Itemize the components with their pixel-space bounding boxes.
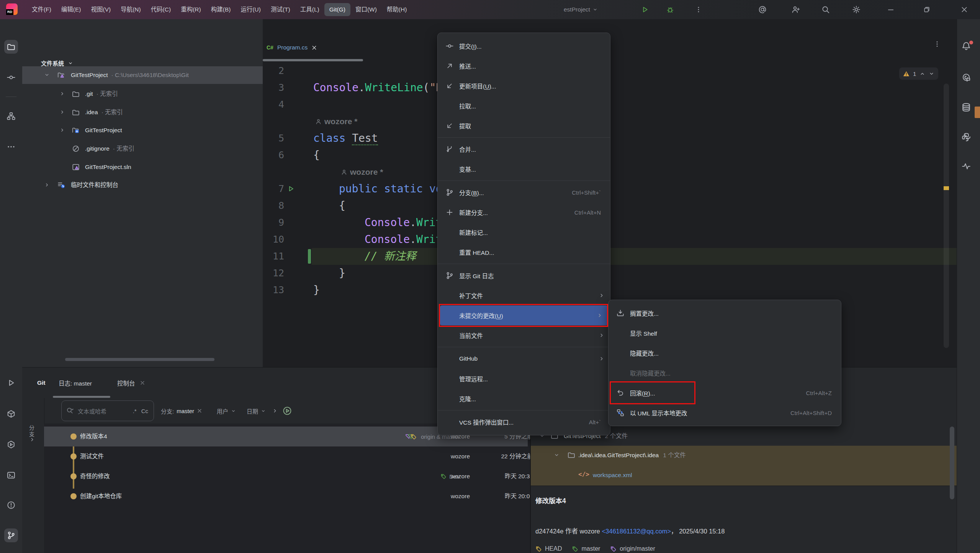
remove-filter-icon[interactable]	[197, 408, 202, 414]
ref-master[interactable]: master	[572, 545, 600, 552]
scrollbar-warning-marker[interactable]	[944, 186, 949, 190]
close-button[interactable]	[957, 3, 972, 16]
menu-item-patch-file[interactable]: 补丁文件	[438, 286, 610, 305]
search-everywhere-button[interactable]	[818, 3, 833, 16]
changed-tree-row-dir-idea[interactable]: .idea\.idea.GitTestProject\.idea1 个文件	[531, 446, 957, 465]
menubar-item-code[interactable]: 代码(C)	[146, 3, 176, 16]
close-tab-icon[interactable]	[311, 45, 317, 51]
menu-item-rollback[interactable]: 回滚(R)...Ctrl+Alt+Z	[609, 383, 841, 403]
chevron-right-icon[interactable]	[59, 127, 65, 133]
tree-row-root[interactable]: GitTestProject· C:\Users\34618\Desktop\G…	[22, 66, 263, 84]
menubar-item-navigate[interactable]: 导航(N)	[116, 3, 146, 16]
menubar-item-build[interactable]: 构建(B)	[206, 3, 236, 16]
debug-button[interactable]	[663, 3, 678, 16]
settings-button[interactable]	[849, 3, 864, 16]
tree-row-git-dir[interactable]: .git· 无索引	[22, 85, 263, 103]
match-case-toggle[interactable]: Cc	[141, 408, 148, 414]
toolwindow-tab-git[interactable]: Git	[37, 368, 46, 398]
author-email-link[interactable]: <3461861132@qq.com>	[602, 528, 671, 535]
menu-item-current-file[interactable]: 当前文件	[438, 325, 610, 345]
minimize-button[interactable]	[883, 3, 898, 16]
menu-item-shelve-changes[interactable]: 搁置更改...	[609, 303, 841, 323]
project-panel-header[interactable]: 文件系统	[41, 59, 73, 67]
menu-item-show-git-log[interactable]: 显示 Git 日志	[438, 266, 610, 286]
menu-item-commit[interactable]: 提交(I)...	[438, 36, 610, 56]
nuget-toolwindow-icon[interactable]	[4, 407, 18, 421]
python-console-icon[interactable]	[959, 130, 973, 144]
menu-item-manage-remotes[interactable]: 管理远程...	[438, 369, 610, 389]
user-filter[interactable]: 用户	[217, 405, 236, 417]
tree-row-scratches[interactable]: 临时文件和控制台	[22, 176, 263, 194]
menubar-item-tools[interactable]: 工具(L)	[295, 3, 324, 16]
menubar-item-file[interactable]: 文件(F)	[27, 3, 56, 16]
more-toolwindows-icon[interactable]	[4, 140, 18, 154]
menu-item-show-shelf[interactable]: 显示 Shelf	[609, 323, 841, 343]
details-scrollbar[interactable]	[950, 427, 954, 499]
changed-tree-row-file-workspace[interactable]: </>workspace.xml	[531, 466, 957, 485]
menubar-item-run[interactable]: 运行(U)	[236, 3, 266, 16]
author-inlay-hint[interactable]: wozore *	[341, 164, 383, 181]
date-filter[interactable]: 日期	[247, 405, 266, 417]
project-icon[interactable]	[4, 40, 18, 54]
commit-row[interactable]: 奇怪的修改Devwozore昨天 20:35	[44, 466, 528, 486]
menu-item-clone[interactable]: 克隆...	[438, 389, 610, 409]
menubar-item-window[interactable]: 窗口(W)	[350, 3, 382, 16]
menu-item-rebase[interactable]: 变基...	[438, 159, 610, 179]
menu-item-branches[interactable]: 分支(B)...Ctrl+Shift+`	[438, 182, 610, 202]
problems-toolwindow-icon[interactable]	[4, 498, 18, 512]
menu-item-stash-changes[interactable]: 隐藏更改...	[609, 343, 841, 363]
toolwindow-tab-log[interactable]: 日志: master	[59, 368, 92, 398]
branches-vertical-label[interactable]: 分支	[28, 425, 35, 438]
go-to-hash-button[interactable]	[283, 405, 292, 417]
close-tab-icon[interactable]	[140, 380, 145, 386]
menu-item-push[interactable]: 推送...	[438, 56, 610, 76]
menu-item-fetch[interactable]: 提取	[438, 116, 610, 136]
branch-filter[interactable]: 分支: master	[161, 405, 202, 417]
unit-tests-toolwindow-icon[interactable]	[4, 438, 18, 451]
git-toolwindow-icon[interactable]	[4, 528, 18, 542]
regex-toggle[interactable]: .*	[133, 408, 137, 414]
tree-row-project-dir[interactable]: GitTestProject	[22, 121, 263, 139]
menubar-item-view[interactable]: 视图(V)	[86, 3, 116, 16]
branches-collapsed-strip[interactable]: 分支	[22, 398, 44, 553]
menu-item-new-tag[interactable]: 新建标记...	[438, 222, 610, 242]
menubar-item-test[interactable]: 测试(T)	[266, 3, 295, 16]
ai-assistant-icon[interactable]	[959, 71, 973, 84]
toolwindow-tab-console[interactable]: 控制台	[117, 368, 145, 398]
menu-item-vcs-popup[interactable]: VCS 操作弹出窗口...Alt+`	[438, 412, 610, 432]
menu-item-new-branch[interactable]: 新建分支...Ctrl+Alt+N	[438, 202, 610, 222]
log-search-field[interactable]: 文本或哈希 .* Cc	[61, 400, 154, 421]
tree-row-idea-dir[interactable]: .idea· 无索引	[22, 103, 263, 121]
tree-row-sln[interactable]: GitTestProject.sln	[22, 158, 263, 176]
menubar-item-git[interactable]: Git(G)	[324, 3, 350, 16]
menu-item-reset-head[interactable]: 重置 HEAD...	[438, 242, 610, 262]
notifications-icon[interactable]	[959, 39, 973, 53]
chevron-right-icon[interactable]	[59, 91, 65, 97]
menubar-item-refactor[interactable]: 重构(R)	[176, 3, 206, 16]
editor-options-icon[interactable]	[934, 41, 941, 48]
more-actions-button[interactable]	[691, 3, 706, 16]
menu-item-github[interactable]: GitHub	[438, 349, 610, 369]
more-filters-icon[interactable]	[272, 405, 278, 417]
structure-icon[interactable]	[4, 109, 18, 123]
add-user-button[interactable]	[788, 3, 803, 16]
run-toolwindow-icon[interactable]	[4, 376, 18, 390]
menubar-item-edit[interactable]: 编辑(E)	[56, 3, 86, 16]
commit-row[interactable]: 创建git本地仓库wozore昨天 20:07	[44, 486, 528, 506]
ref-origin-master[interactable]: origin/master	[610, 545, 655, 552]
mentions-button[interactable]	[755, 3, 770, 16]
run-gutter-icon[interactable]	[287, 185, 294, 192]
profiler-icon[interactable]	[959, 159, 973, 173]
run-button[interactable]	[637, 3, 653, 16]
ref-head[interactable]: HEAD	[535, 545, 562, 552]
menubar-item-help[interactable]: 帮助(H)	[382, 3, 412, 16]
menu-item-uncommitted-changes[interactable]: 未提交的更改(U)	[440, 305, 608, 325]
database-icon[interactable]	[959, 100, 973, 114]
maximize-button[interactable]	[919, 3, 934, 16]
editor-scrollbar[interactable]	[944, 84, 949, 348]
chevron-down-icon[interactable]	[44, 72, 50, 78]
commit-icon[interactable]	[4, 71, 18, 84]
editor-tab-program-cs[interactable]: C# Program.cs	[267, 41, 317, 54]
chevron-right-icon[interactable]	[59, 109, 65, 115]
author-inlay-hint[interactable]: wozore *	[315, 113, 357, 130]
